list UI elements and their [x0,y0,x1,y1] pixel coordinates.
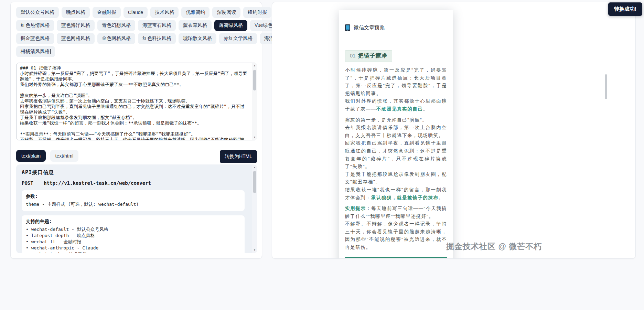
api-url: http://v1.kestrel-task.cn/web/convert [44,180,151,186]
preview-paragraph: 小时候摔碎碗，第一反应是"完了，妈要骂了"，于是把碎片藏进抽屉；长大后项目黄了，… [345,66,447,97]
preview-paragraph: 回家我把自己骂到半夜，直到看见镜子里眼眶通红的自己，才突然意识到：这不过是重复童… [345,139,447,170]
preview-sheet: 微信文章预览 01 把镜子擦净 小时候摔碎碗，第一反应是"完了，妈要骂了"，于是… [339,10,453,259]
api-themes-box: 支持的主题: • wechat-default - 默认公众号风格• latep… [22,215,245,253]
section-title: 把镜子擦净 [358,52,387,60]
preview-panel: 微信文章预览 01 把镜子擦净 小时候摔碎碗，第一反应是"完了，妈要骂了"，于是… [272,2,636,259]
style-tag[interactable]: 蓝色网格风格 [57,33,95,44]
format-text-plain-button[interactable]: text/plain [16,150,46,162]
editor-panel: 默认公众号风格晚点风格金融时报Claude技术风格优雅简约深度阅读纽约时报App… [10,2,262,259]
preview-header: 微信文章预览 [339,10,453,35]
style-tag[interactable]: 纽约时报 [243,7,271,18]
style-tag[interactable]: 默认公众号风格 [16,7,59,18]
preview-paragraph: 去年我报名演讲俱乐部，第一次上台脑内空白，支支吾吾三十秒就逃下来，现场哄笑。 [345,124,447,139]
textarea-scrollbar[interactable]: ▲ ▼ [252,63,257,140]
scroll-up-arrow-icon[interactable]: ▲ [252,63,257,68]
style-tag[interactable]: 晚点风格 [62,7,90,18]
api-info-title: API接口信息 [22,169,245,176]
style-tag[interactable]: 柑橘清风风格 [16,46,55,57]
scroll-down-arrow-icon[interactable]: ▼ [252,248,257,253]
style-tag[interactable]: 赤红文学风格 [219,33,257,44]
api-params-title: 参数: [26,193,240,200]
preview-title: 微信文章预览 [354,24,385,31]
style-tag[interactable]: 海蓝宝石风格 [138,20,176,31]
style-tag[interactable]: 优雅简约 [181,7,210,18]
style-tag[interactable]: 金融时报 [93,7,121,18]
style-tag[interactable]: 红色科技风格 [138,33,176,44]
theme-item: • latepost-depth - 晚点风格 [26,233,240,239]
preview-paragraph: 我们对外界的慌张，其实都源于心里那面镜子蒙了灰——不敢照见真实的自己。 [345,97,447,113]
style-tag[interactable]: 金色网格风格 [97,33,135,44]
source-textarea[interactable] [16,63,257,140]
theme-item: • wechat-anthropic - Claude [26,245,240,251]
style-tag[interactable]: 薄荷绿风格 [214,20,247,31]
section-number: 01 [350,53,356,58]
preview-scrollbar[interactable] [605,74,607,99]
preview-paragraph: 擦灰的第一步，是允许自己"演砸"。 [345,116,447,124]
style-tag[interactable]: 薰衣草风格 [179,20,212,31]
preview-paragraph: 结果收获一堆"我也一样"的留言，那一刻我才体会到：承认狼狈，就是擦镜子的抹布。 [345,186,447,202]
style-tag[interactable]: 红色热情风格 [16,20,54,31]
api-method: POST [22,180,33,186]
api-params-box: 参数: theme - 主题样式 (可选，默认: wechat-default) [22,190,245,211]
preview-body: 小时候摔碎碗，第一反应是"完了，妈要骂了"，于是把碎片藏进抽屉；长大后项目黄了，… [345,66,447,252]
api-themes-title: 支持的主题: [26,218,240,225]
section-heading: 01 把镜子擦净 [345,50,392,62]
style-tag[interactable]: 掘金蓝色风格 [16,33,54,44]
style-tag[interactable]: Claude [124,7,148,18]
theme-item: • wechat-default - 默认公众号风格 [26,226,240,233]
phone-icon [345,24,351,31]
api-info-panel: API接口信息 POST http://v1.kestrel-task.cn/w… [16,164,257,253]
format-text-html-button[interactable]: text/html [50,150,79,162]
api-scrollbar[interactable]: ▲ ▼ [252,165,257,253]
section-divider [345,257,447,258]
preview-paragraph: 实用提示：每天睡前写三句话——"今天我搞砸了什么""我哪里疼""我哪里还挺好"。 [345,205,447,220]
theme-item: • wechat-ft - 金融时报 [26,239,240,245]
success-toast: 转换成功! [608,2,642,16]
style-tag[interactable]: 青色幻想风格 [97,20,135,31]
style-tag[interactable]: 深度阅读 [212,7,240,18]
text-cursor [50,49,51,54]
style-tags: 默认公众号风格晚点风格金融时报Claude技术风格优雅简约深度阅读纽约时报App… [11,2,262,57]
style-tag[interactable]: 琥珀散文风格 [179,33,216,44]
app: 默认公众号风格晚点风格金融时报Claude技术风格优雅简约深度阅读纽约时报App… [0,0,644,310]
api-endpoint: POST http://v1.kestrel-task.cn/web/conve… [22,180,245,186]
textarea-scroll-thumb[interactable] [253,70,256,90]
themes-list: • wechat-default - 默认公众号风格• latepost-dep… [26,226,240,253]
convert-to-html-button[interactable]: 转换为HTML [220,150,257,163]
style-tag[interactable]: 技术风格 [150,7,179,18]
theme-item: • wechat-tech - 技术风格 [26,251,240,253]
style-tag[interactable]: 蓝色海洋风格 [57,20,95,31]
preview-paragraph: 不解释、不辩解，像旁观者一样记录，坚持三十天，你会看见镜子里的脸越来越清晰，因为… [345,220,447,251]
api-param-item: theme - 主题样式 (可选，默认: wechat-default) [26,201,240,207]
scroll-down-arrow-icon[interactable]: ▼ [252,135,257,140]
format-toggle: text/plain text/html 转换为HTML [16,150,257,162]
watermark: 掘金技术社区 @ 微芒不朽 [446,241,542,252]
api-scroll-thumb[interactable] [253,171,256,193]
preview-article: 01 把镜子擦净 小时候摔碎碗，第一反应是"完了，妈要骂了"，于是把碎片藏进抽屉… [339,35,453,258]
preview-paragraph: 于是我干脆把那段尴尬录像发到朋友圈，配文"献丑存档"。 [345,171,447,186]
scroll-up-arrow-icon[interactable]: ▲ [252,165,257,170]
